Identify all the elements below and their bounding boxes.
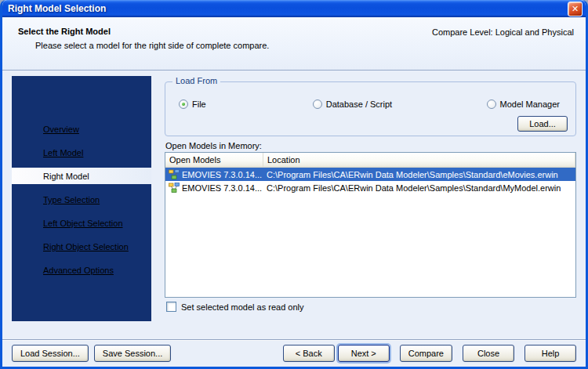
titlebar[interactable]: Right Model Selection ✕ [2,0,586,17]
radio-file-label: File [192,99,206,109]
model-name: EMOVIES 7.3.0.14... [182,183,262,193]
wizard-buttons: < Back Next > Compare Close Help [283,345,576,362]
radio-selected-icon [179,99,188,109]
wizard-body: Overview Left Model Right Model Type Sel… [2,71,586,339]
sidebar-item-left-object-selection[interactable]: Left Object Selection [12,212,151,235]
radio-database-script-label: Database / Script [326,99,392,109]
sidebar-item-right-object-selection[interactable]: Right Object Selection [12,235,151,259]
session-buttons: Load Session... Save Session... [12,345,171,362]
load-from-groupbox: Load From File Database / Script Model M… [165,81,576,136]
load-button[interactable]: Load... [517,116,568,132]
sidebar-item-type-selection[interactable]: Type Selection [12,188,151,212]
close-dialog-button[interactable]: Close [463,345,514,362]
model-icon [169,169,180,179]
close-icon: ✕ [572,4,579,14]
load-session-button[interactable]: Load Session... [12,345,89,362]
sidebar-item-advanced-options[interactable]: Advanced Options [12,259,151,282]
open-models-list[interactable]: Open Models Location EMOVIES 7.3.0.14... [165,152,576,298]
model-location: C:\Program Files\CA\ERwin Data Modeler\S… [263,170,575,179]
model-location: C:\Program Files\CA\ERwin Data Modeler\S… [263,183,575,193]
model-name: EMOVIES 7.3.0.14... [182,170,262,179]
dialog-window: Right Model Selection ✕ Select the Right… [0,0,588,369]
back-next-group: < Back Next > [283,345,390,362]
model-icon [169,183,180,193]
radio-model-manager[interactable]: Model Manager [487,99,560,109]
radio-model-manager-label: Model Manager [500,99,560,109]
sidebar-item-overview[interactable]: Overview [12,118,151,141]
sidebar-item-right-model[interactable]: Right Model [12,168,151,184]
next-button[interactable]: Next > [338,345,390,362]
compare-button[interactable]: Compare [400,345,452,362]
readonly-checkbox-row[interactable]: Set selected model as read only [166,302,304,312]
column-header-location[interactable]: Location [263,153,575,167]
radio-file[interactable]: File [179,99,206,109]
close-button[interactable]: ✕ [568,2,583,16]
footer-bar: Load Session... Save Session... < Back N… [2,339,586,367]
radio-unselected-icon [487,99,496,109]
wizard-sidebar: Overview Left Model Right Model Type Sel… [12,76,151,321]
list-header: Open Models Location [165,153,575,168]
table-row[interactable]: EMOVIES 7.3.0.14... C:\Program Files\CA\… [165,181,575,194]
open-models-label: Open Models in Memory: [165,141,262,150]
load-from-group-title: Load From [172,76,220,85]
radio-unselected-icon [313,99,322,109]
load-from-options: File Database / Script Model Manager [165,99,575,109]
window-title: Right Model Selection [8,3,568,14]
compare-level-label: Compare Level: Logical and Physical [432,27,574,37]
page-title: Select the Right Model [18,27,111,36]
wizard-header: Select the Right Model Please select a m… [2,17,586,71]
column-header-open-models[interactable]: Open Models [165,153,263,167]
back-button[interactable]: < Back [283,345,335,362]
table-row[interactable]: EMOVIES 7.3.0.14... C:\Program Files\CA\… [165,168,575,181]
help-button[interactable]: Help [524,345,576,362]
readonly-checkbox[interactable] [166,302,176,312]
sidebar-item-left-model[interactable]: Left Model [12,141,151,165]
page-subtitle: Please select a model for the right side… [35,41,269,50]
save-session-button[interactable]: Save Session... [94,345,171,362]
readonly-checkbox-label: Set selected model as read only [181,302,304,312]
radio-database-script[interactable]: Database / Script [313,99,392,109]
